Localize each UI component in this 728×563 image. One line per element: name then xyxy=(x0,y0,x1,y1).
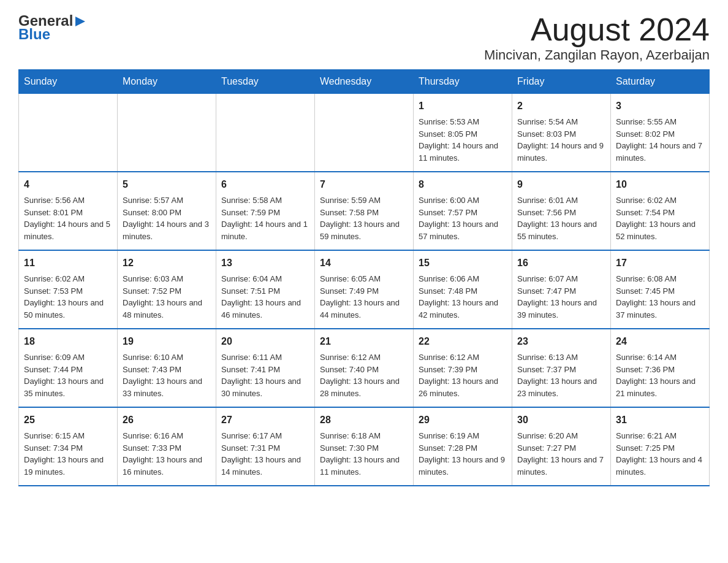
day-number: 26 xyxy=(123,413,211,427)
calendar-cell: 6Sunrise: 5:58 AMSunset: 7:59 PMDaylight… xyxy=(216,172,315,250)
day-number: 22 xyxy=(419,334,507,349)
day-info: Sunrise: 6:19 AMSunset: 7:28 PMDaylight:… xyxy=(419,430,507,478)
calendar-cell: 29Sunrise: 6:19 AMSunset: 7:28 PMDayligh… xyxy=(414,407,512,486)
day-info: Sunrise: 6:10 AMSunset: 7:43 PMDaylight:… xyxy=(123,351,211,399)
day-number: 29 xyxy=(419,413,507,427)
day-info: Sunrise: 6:06 AMSunset: 7:48 PMDaylight:… xyxy=(419,273,507,321)
day-number: 17 xyxy=(616,256,704,270)
calendar-cell: 14Sunrise: 6:05 AMSunset: 7:49 PMDayligh… xyxy=(315,250,414,329)
calendar-cell: 20Sunrise: 6:11 AMSunset: 7:41 PMDayligh… xyxy=(216,329,315,407)
day-info: Sunrise: 5:54 AMSunset: 8:03 PMDaylight:… xyxy=(517,116,605,164)
day-number: 5 xyxy=(123,177,211,192)
day-number: 11 xyxy=(24,256,112,270)
col-thursday: Thursday xyxy=(414,70,512,94)
svg-marker-0 xyxy=(75,17,85,26)
day-info: Sunrise: 6:16 AMSunset: 7:33 PMDaylight:… xyxy=(123,430,211,478)
day-number: 28 xyxy=(320,413,408,427)
day-info: Sunrise: 6:02 AMSunset: 7:53 PMDaylight:… xyxy=(24,273,112,321)
day-number: 23 xyxy=(517,334,605,349)
page-header: General Blue August 2024 Mincivan, Zangi… xyxy=(18,12,710,63)
col-sunday: Sunday xyxy=(19,70,118,94)
day-number: 7 xyxy=(320,177,408,192)
day-info: Sunrise: 6:21 AMSunset: 7:25 PMDaylight:… xyxy=(616,430,704,478)
day-number: 16 xyxy=(517,256,605,270)
day-info: Sunrise: 6:02 AMSunset: 7:54 PMDaylight:… xyxy=(616,194,704,242)
calendar-cell: 2Sunrise: 5:54 AMSunset: 8:03 PMDaylight… xyxy=(512,94,611,172)
calendar-table: Sunday Monday Tuesday Wednesday Thursday… xyxy=(18,69,710,486)
day-number: 8 xyxy=(419,177,507,192)
calendar-week-row: 4Sunrise: 5:56 AMSunset: 8:01 PMDaylight… xyxy=(19,172,710,250)
calendar-cell: 19Sunrise: 6:10 AMSunset: 7:43 PMDayligh… xyxy=(118,329,216,407)
calendar-cell: 7Sunrise: 5:59 AMSunset: 7:58 PMDaylight… xyxy=(315,172,414,250)
col-saturday: Saturday xyxy=(611,70,710,94)
day-info: Sunrise: 6:20 AMSunset: 7:27 PMDaylight:… xyxy=(517,430,605,478)
calendar-cell: 17Sunrise: 6:08 AMSunset: 7:45 PMDayligh… xyxy=(611,250,710,329)
calendar-cell: 22Sunrise: 6:12 AMSunset: 7:39 PMDayligh… xyxy=(414,329,512,407)
calendar-cell: 16Sunrise: 6:07 AMSunset: 7:47 PMDayligh… xyxy=(512,250,611,329)
calendar-cell: 15Sunrise: 6:06 AMSunset: 7:48 PMDayligh… xyxy=(414,250,512,329)
calendar-cell: 25Sunrise: 6:15 AMSunset: 7:34 PMDayligh… xyxy=(19,407,118,486)
calendar-cell: 23Sunrise: 6:13 AMSunset: 7:37 PMDayligh… xyxy=(512,329,611,407)
day-info: Sunrise: 6:00 AMSunset: 7:57 PMDaylight:… xyxy=(419,194,507,242)
day-number: 27 xyxy=(221,413,309,427)
calendar-cell: 1Sunrise: 5:53 AMSunset: 8:05 PMDaylight… xyxy=(414,94,512,172)
day-info: Sunrise: 6:17 AMSunset: 7:31 PMDaylight:… xyxy=(221,430,309,478)
day-info: Sunrise: 5:58 AMSunset: 7:59 PMDaylight:… xyxy=(221,194,309,242)
day-number: 2 xyxy=(517,99,605,113)
day-number: 25 xyxy=(24,413,112,427)
day-info: Sunrise: 6:13 AMSunset: 7:37 PMDaylight:… xyxy=(517,351,605,399)
location-title: Mincivan, Zangilan Rayon, Azerbaijan xyxy=(484,47,710,63)
day-info: Sunrise: 5:55 AMSunset: 8:02 PMDaylight:… xyxy=(616,116,704,164)
day-info: Sunrise: 6:07 AMSunset: 7:47 PMDaylight:… xyxy=(517,273,605,321)
day-number: 15 xyxy=(419,256,507,270)
calendar-cell: 3Sunrise: 5:55 AMSunset: 8:02 PMDaylight… xyxy=(611,94,710,172)
calendar-cell: 13Sunrise: 6:04 AMSunset: 7:51 PMDayligh… xyxy=(216,250,315,329)
day-number: 4 xyxy=(24,177,112,192)
day-number: 14 xyxy=(320,256,408,270)
day-number: 13 xyxy=(221,256,309,270)
calendar-cell: 5Sunrise: 5:57 AMSunset: 8:00 PMDaylight… xyxy=(118,172,216,250)
day-number: 1 xyxy=(419,99,507,113)
calendar-week-row: 11Sunrise: 6:02 AMSunset: 7:53 PMDayligh… xyxy=(19,250,710,329)
calendar-cell xyxy=(118,94,216,172)
day-info: Sunrise: 6:12 AMSunset: 7:39 PMDaylight:… xyxy=(419,351,507,399)
day-info: Sunrise: 6:15 AMSunset: 7:34 PMDaylight:… xyxy=(24,430,112,478)
day-number: 9 xyxy=(517,177,605,192)
calendar-cell: 9Sunrise: 6:01 AMSunset: 7:56 PMDaylight… xyxy=(512,172,611,250)
col-friday: Friday xyxy=(512,70,611,94)
day-number: 3 xyxy=(616,99,704,113)
calendar-cell: 30Sunrise: 6:20 AMSunset: 7:27 PMDayligh… xyxy=(512,407,611,486)
day-number: 21 xyxy=(320,334,408,349)
day-info: Sunrise: 5:53 AMSunset: 8:05 PMDaylight:… xyxy=(419,116,507,164)
calendar-cell xyxy=(315,94,414,172)
logo-arrow-icon xyxy=(74,15,86,28)
logo-blue-text: Blue xyxy=(18,26,50,43)
day-info: Sunrise: 5:57 AMSunset: 8:00 PMDaylight:… xyxy=(123,194,211,242)
calendar-week-row: 18Sunrise: 6:09 AMSunset: 7:44 PMDayligh… xyxy=(19,329,710,407)
calendar-header-row: Sunday Monday Tuesday Wednesday Thursday… xyxy=(19,70,710,94)
day-info: Sunrise: 6:12 AMSunset: 7:40 PMDaylight:… xyxy=(320,351,408,399)
col-monday: Monday xyxy=(118,70,216,94)
calendar-cell: 27Sunrise: 6:17 AMSunset: 7:31 PMDayligh… xyxy=(216,407,315,486)
calendar-cell: 24Sunrise: 6:14 AMSunset: 7:36 PMDayligh… xyxy=(611,329,710,407)
day-number: 24 xyxy=(616,334,704,349)
calendar-cell: 4Sunrise: 5:56 AMSunset: 8:01 PMDaylight… xyxy=(19,172,118,250)
month-title: August 2024 xyxy=(484,12,710,47)
calendar-cell xyxy=(19,94,118,172)
calendar-week-row: 25Sunrise: 6:15 AMSunset: 7:34 PMDayligh… xyxy=(19,407,710,486)
day-number: 19 xyxy=(123,334,211,349)
day-info: Sunrise: 6:01 AMSunset: 7:56 PMDaylight:… xyxy=(517,194,605,242)
calendar-cell: 31Sunrise: 6:21 AMSunset: 7:25 PMDayligh… xyxy=(611,407,710,486)
calendar-cell: 12Sunrise: 6:03 AMSunset: 7:52 PMDayligh… xyxy=(118,250,216,329)
day-info: Sunrise: 6:09 AMSunset: 7:44 PMDaylight:… xyxy=(24,351,112,399)
day-number: 30 xyxy=(517,413,605,427)
day-info: Sunrise: 5:59 AMSunset: 7:58 PMDaylight:… xyxy=(320,194,408,242)
calendar-cell: 26Sunrise: 6:16 AMSunset: 7:33 PMDayligh… xyxy=(118,407,216,486)
calendar-cell: 21Sunrise: 6:12 AMSunset: 7:40 PMDayligh… xyxy=(315,329,414,407)
calendar-cell xyxy=(216,94,315,172)
logo: General Blue xyxy=(18,12,86,43)
day-info: Sunrise: 6:14 AMSunset: 7:36 PMDaylight:… xyxy=(616,351,704,399)
day-number: 12 xyxy=(123,256,211,270)
day-info: Sunrise: 6:11 AMSunset: 7:41 PMDaylight:… xyxy=(221,351,309,399)
day-number: 31 xyxy=(616,413,704,427)
